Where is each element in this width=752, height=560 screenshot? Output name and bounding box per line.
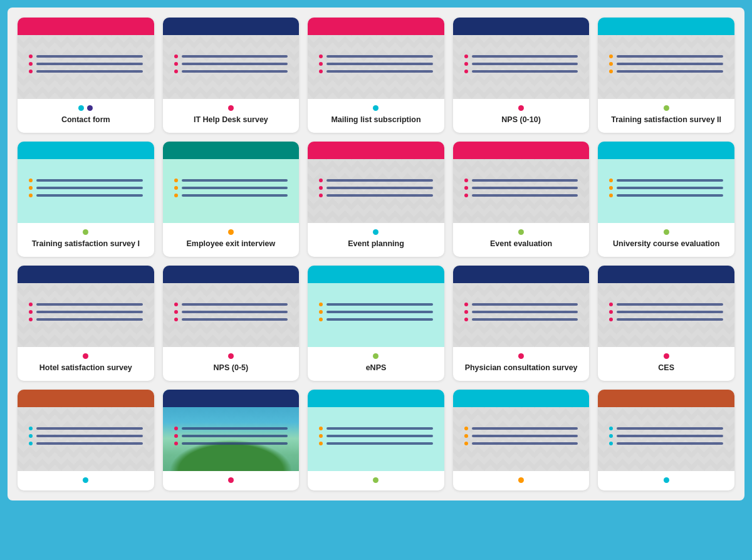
card-label: NPS (0-10) bbox=[501, 115, 541, 125]
card-header-bar bbox=[18, 18, 154, 35]
card-header-bar bbox=[18, 142, 154, 159]
card-training-sat-1[interactable]: Training satisfaction survey I bbox=[18, 142, 154, 257]
card-preview bbox=[453, 266, 590, 347]
card-mailing-list[interactable]: Mailing list subscription bbox=[308, 18, 444, 133]
card-dot-row bbox=[518, 353, 524, 359]
card-info: Contact form bbox=[18, 99, 154, 133]
card-header-bar bbox=[163, 142, 300, 159]
card-hotel-sat[interactable]: Hotel satisfaction survey bbox=[18, 266, 154, 381]
card-nps-0-5[interactable]: NPS (0-5) bbox=[163, 266, 300, 381]
card-info: Physician consultation survey bbox=[453, 347, 590, 381]
card-lines bbox=[174, 283, 288, 341]
card-it-help-desk[interactable]: IT Help Desk survey bbox=[163, 18, 300, 133]
card-label: eNPS bbox=[366, 363, 387, 373]
card-dot-row bbox=[373, 353, 379, 359]
card-preview bbox=[598, 142, 734, 223]
card-lines bbox=[29, 283, 143, 341]
card-dot-row bbox=[518, 105, 524, 111]
status-dot bbox=[83, 353, 88, 359]
card-row4-1[interactable] bbox=[18, 390, 154, 490]
card-lines bbox=[29, 35, 143, 93]
card-preview bbox=[18, 18, 154, 99]
status-dot bbox=[83, 477, 88, 483]
card-dot-row bbox=[664, 477, 669, 483]
card-label: NPS (0-5) bbox=[214, 363, 249, 373]
card-header-bar bbox=[598, 18, 734, 35]
card-info bbox=[598, 471, 734, 490]
card-dot-row bbox=[373, 105, 379, 111]
status-dot bbox=[518, 353, 524, 359]
card-lines bbox=[319, 159, 433, 217]
card-lines bbox=[609, 407, 723, 465]
card-training-sat-2[interactable]: Training satisfaction survey II bbox=[598, 18, 734, 133]
card-ces[interactable]: CES bbox=[598, 266, 734, 381]
card-preview bbox=[18, 142, 154, 223]
status-dot bbox=[518, 105, 524, 111]
card-header-bar bbox=[163, 18, 300, 35]
card-dot-row bbox=[373, 229, 379, 235]
card-info: IT Help Desk survey bbox=[163, 99, 300, 133]
card-header-bar bbox=[453, 390, 590, 407]
card-lines bbox=[609, 283, 723, 341]
card-preview bbox=[18, 266, 154, 347]
card-row4-3[interactable] bbox=[308, 390, 444, 490]
card-label: CES bbox=[658, 363, 674, 373]
card-dot-row bbox=[83, 229, 88, 235]
card-header-bar bbox=[308, 142, 444, 159]
card-label: Contact form bbox=[61, 115, 110, 125]
card-dot-row bbox=[228, 105, 234, 111]
card-dot-row bbox=[228, 353, 234, 359]
card-row4-2[interactable] bbox=[163, 390, 300, 490]
card-header-bar bbox=[453, 266, 590, 283]
card-lines bbox=[319, 35, 433, 93]
status-dot bbox=[664, 229, 669, 235]
card-label: University course evaluation bbox=[613, 239, 719, 249]
card-enps[interactable]: eNPS bbox=[308, 266, 444, 381]
card-header-bar bbox=[308, 266, 444, 283]
status-dot bbox=[373, 229, 379, 235]
card-dot-row bbox=[83, 353, 88, 359]
card-nps-0-10[interactable]: NPS (0-10) bbox=[453, 18, 590, 133]
card-preview bbox=[453, 142, 590, 223]
card-info: Training satisfaction survey I bbox=[18, 223, 154, 257]
card-lines bbox=[319, 407, 433, 465]
card-info: Hotel satisfaction survey bbox=[18, 347, 154, 381]
card-header-bar bbox=[453, 142, 590, 159]
card-label: Training satisfaction survey I bbox=[32, 239, 140, 249]
status-dot bbox=[228, 229, 234, 235]
card-row4-5[interactable] bbox=[598, 390, 734, 490]
card-preview bbox=[308, 390, 444, 471]
card-info bbox=[308, 471, 444, 490]
card-dot-row bbox=[664, 105, 669, 111]
card-info: Training satisfaction survey II bbox=[598, 99, 734, 133]
card-contact-form[interactable]: Contact form bbox=[18, 18, 154, 133]
card-row4-4[interactable] bbox=[453, 390, 590, 490]
card-university-course[interactable]: University course evaluation bbox=[598, 142, 734, 257]
card-dot-row bbox=[228, 229, 234, 235]
card-header-bar bbox=[163, 390, 300, 407]
card-physician-consult[interactable]: Physician consultation survey bbox=[453, 266, 590, 381]
card-lines bbox=[29, 407, 143, 465]
card-header-bar bbox=[163, 266, 300, 283]
status-dot bbox=[87, 105, 93, 111]
card-info: NPS (0-10) bbox=[453, 99, 590, 133]
status-dot bbox=[518, 229, 524, 235]
card-dot-row bbox=[373, 477, 379, 483]
status-dot bbox=[373, 105, 379, 111]
status-dot bbox=[664, 477, 669, 483]
card-dot-row bbox=[518, 477, 524, 483]
card-preview bbox=[163, 266, 300, 347]
card-lines bbox=[464, 35, 578, 93]
card-dot-row bbox=[83, 477, 88, 483]
card-event-evaluation[interactable]: Event evaluation bbox=[453, 142, 590, 257]
status-dot bbox=[228, 105, 234, 111]
card-lines bbox=[174, 159, 288, 217]
status-dot bbox=[664, 353, 669, 359]
card-header-bar bbox=[453, 18, 590, 35]
card-employee-exit[interactable]: Employee exit interview bbox=[163, 142, 300, 257]
card-lines bbox=[319, 283, 433, 341]
card-label: Training satisfaction survey II bbox=[611, 115, 721, 125]
card-event-planning[interactable]: Event planning bbox=[308, 142, 444, 257]
card-label: Event evaluation bbox=[490, 239, 552, 249]
card-dot-row bbox=[664, 229, 669, 235]
